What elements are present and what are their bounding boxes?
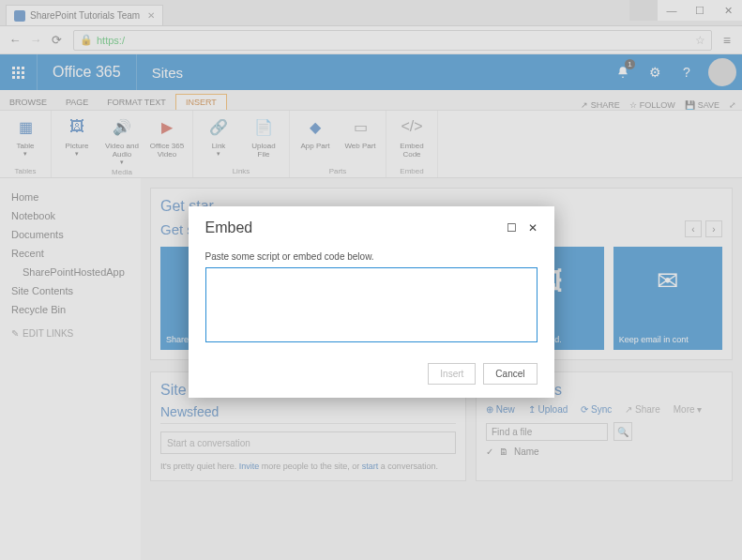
- dialog-close-button[interactable]: ✕: [528, 221, 538, 235]
- embed-dialog: Embed ☐ ✕ Paste some script or embed cod…: [189, 206, 554, 398]
- dialog-maximize-button[interactable]: ☐: [507, 221, 517, 235]
- dialog-title: Embed: [205, 219, 253, 236]
- embed-code-textarea[interactable]: [205, 267, 538, 342]
- dialog-instruction: Paste some script or embed code below.: [205, 251, 538, 262]
- cancel-button[interactable]: Cancel: [483, 363, 537, 385]
- modal-overlay: Embed ☐ ✕ Paste some script or embed cod…: [0, 0, 742, 560]
- insert-button[interactable]: Insert: [428, 363, 476, 385]
